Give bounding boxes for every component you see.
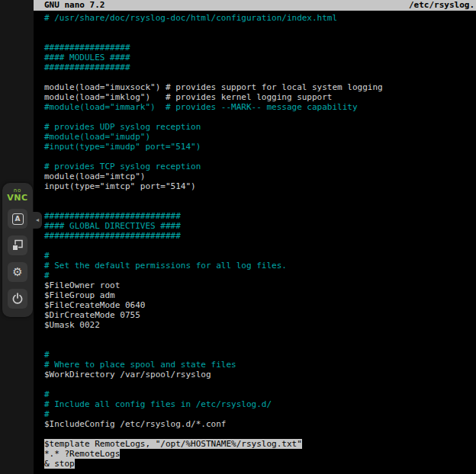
editor-line: # Where to place spool and state files — [44, 360, 476, 370]
editor-line — [44, 33, 476, 43]
editor-line — [44, 380, 476, 389]
vnc-control-panel: no VNC A ⚙ — [2, 183, 33, 317]
editor-line: #### MODULES #### — [44, 53, 476, 62]
editor-line: #module(load="immark") # provides --MARK… — [44, 102, 476, 112]
editor-line: module(load="imklog") # provides kernel … — [44, 92, 476, 102]
editor-line: ################# — [44, 43, 476, 53]
nano-version-label: GNU nano 7.2 — [44, 0, 105, 11]
editor-line: ################# — [44, 62, 476, 72]
editor-line: $FileGroup adm — [44, 290, 476, 300]
editor-line — [44, 340, 476, 350]
power-button[interactable] — [8, 289, 27, 309]
editor-line — [44, 72, 476, 82]
nano-filename-label: /etc/rsyslog. — [409, 0, 474, 11]
editor-line: # Include all config files in /etc/rsysl… — [44, 399, 476, 409]
editor-line: #input(type="imudp" port="514") — [44, 142, 476, 152]
editor-line: module(load="imtcp") — [44, 171, 476, 181]
chevron-left-icon: ◂ — [36, 216, 39, 223]
editor-line — [44, 201, 476, 211]
editor-line: # provides TCP syslog reception — [44, 162, 476, 171]
editor-line: ########################### — [44, 231, 476, 241]
editor-line: # Set the default permissions for all lo… — [44, 261, 476, 271]
editor-content[interactable]: # /usr/share/doc/rsyslog-doc/html/config… — [34, 11, 476, 469]
editor-line — [44, 152, 476, 162]
editor-line: $template RemoteLogs, "/opt/%HOSTNAME%/r… — [44, 439, 476, 449]
editor-line — [44, 241, 476, 251]
power-icon — [11, 293, 24, 305]
editor-line: module(load="imuxsock") # provides suppo… — [44, 82, 476, 92]
fullscreen-button[interactable] — [8, 235, 27, 255]
editor-line: # — [44, 389, 476, 399]
editor-line: # provides UDP syslog reception — [44, 122, 476, 132]
editor-line: #### GLOBAL DIRECTIVES #### — [44, 221, 476, 231]
panel-collapse-handle[interactable]: ◂ — [33, 212, 42, 229]
gear-icon: ⚙ — [12, 267, 22, 278]
fullscreen-icon — [11, 239, 24, 251]
novnc-logo: no VNC — [7, 188, 27, 202]
editor-line — [44, 112, 476, 122]
novnc-logo-text: VNC — [7, 194, 27, 202]
settings-button[interactable]: ⚙ — [8, 262, 27, 282]
editor-line: # — [44, 409, 476, 419]
editor-line — [44, 23, 476, 33]
editor-line: *.* ?RemoteLogs — [44, 449, 476, 459]
editor-line: #module(load="imudp") — [44, 132, 476, 142]
editor-line: # /usr/share/doc/rsyslog-doc/html/config… — [44, 13, 476, 23]
editor-line: ########################### — [44, 211, 476, 221]
editor-line: $DirCreateMode 0755 — [44, 310, 476, 320]
editor-line — [44, 429, 476, 439]
editor-line: $FileCreateMode 0640 — [44, 300, 476, 310]
editor-line: # — [44, 271, 476, 280]
editor-line: & stop — [44, 459, 476, 469]
editor-line: $IncludeConfig /etc/rsyslog.d/*.conf — [44, 419, 476, 429]
terminal-window[interactable]: GNU nano 7.2 /etc/rsyslog. # /usr/share/… — [34, 0, 476, 474]
editor-line: input(type="imtcp" port="514") — [44, 181, 476, 191]
keyboard-button[interactable]: A — [8, 209, 27, 229]
editor-line: # — [44, 350, 476, 360]
keyboard-icon: A — [12, 213, 24, 225]
editor-line: $WorkDirectory /var/spool/rsyslog — [44, 370, 476, 380]
nano-titlebar: GNU nano 7.2 /etc/rsyslog. — [34, 0, 476, 11]
editor-line — [44, 330, 476, 340]
editor-line — [44, 191, 476, 201]
editor-line: # — [44, 251, 476, 261]
editor-line: $FileOwner root — [44, 280, 476, 290]
editor-line: $Umask 0022 — [44, 320, 476, 330]
